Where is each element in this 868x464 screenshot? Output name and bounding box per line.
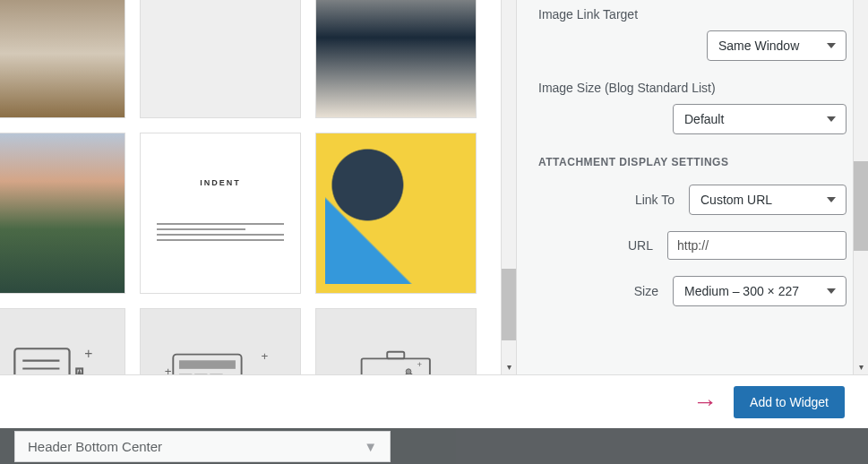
add-to-widget-button[interactable]: Add to Widget xyxy=(734,386,845,418)
backdrop-accordion: Header Bottom Center ▼ xyxy=(0,428,868,464)
size-select[interactable]: Medium – 300 × 227 xyxy=(673,276,847,306)
svg-text:+: + xyxy=(165,365,172,374)
image-link-target-label: Image Link Target xyxy=(538,7,847,21)
modal-footer: → Add to Widget xyxy=(0,374,868,428)
media-thumbnail[interactable]: ++ xyxy=(0,308,125,374)
attachment-display-settings-heading: ATTACHMENT DISPLAY SETTINGS xyxy=(538,156,847,168)
media-thumbnail[interactable] xyxy=(315,0,477,118)
svg-rect-10 xyxy=(179,361,236,370)
chevron-down-icon[interactable]: ▾ xyxy=(502,359,516,374)
header-bottom-center-accordion[interactable]: Header Bottom Center ▼ xyxy=(14,431,391,462)
svg-text:+: + xyxy=(84,347,92,362)
svg-rect-25 xyxy=(387,352,404,359)
svg-point-29 xyxy=(406,369,411,374)
image-link-target-select[interactable]: Same Window xyxy=(707,30,847,61)
link-to-label: Link To xyxy=(635,193,675,207)
media-thumbnail[interactable]: +++ xyxy=(315,308,477,374)
sidebar-scrollbar[interactable]: ▾ xyxy=(853,0,868,374)
url-input[interactable] xyxy=(667,231,847,260)
media-thumbnail[interactable] xyxy=(0,133,125,294)
arrow-right-icon: → xyxy=(692,388,718,417)
media-thumbnail[interactable] xyxy=(315,133,477,294)
media-thumbnail[interactable]: ++ xyxy=(140,308,301,374)
media-thumbnail[interactable] xyxy=(140,0,301,118)
image-size-blog-label: Image Size (Blog Standard List) xyxy=(538,81,847,95)
media-grid-scrollbar[interactable]: ▾ xyxy=(501,0,516,374)
svg-text:+: + xyxy=(417,359,423,369)
image-size-blog-select[interactable]: Default xyxy=(673,104,847,134)
media-thumbnail[interactable] xyxy=(0,0,125,118)
link-to-select[interactable]: Custom URL xyxy=(689,185,847,215)
svg-text:+: + xyxy=(262,350,269,364)
size-label: Size xyxy=(634,284,658,298)
media-thumbnail[interactable]: INDENT xyxy=(140,133,301,294)
media-library-grid: INDENT ++ ++ +++ ▾ xyxy=(0,0,516,374)
chevron-down-icon: ▼ xyxy=(364,439,377,454)
attachment-settings-sidebar: Image Link Target Same Window Image Size… xyxy=(516,0,868,374)
url-label: URL xyxy=(628,238,653,253)
chevron-down-icon[interactable]: ▾ xyxy=(854,359,868,374)
